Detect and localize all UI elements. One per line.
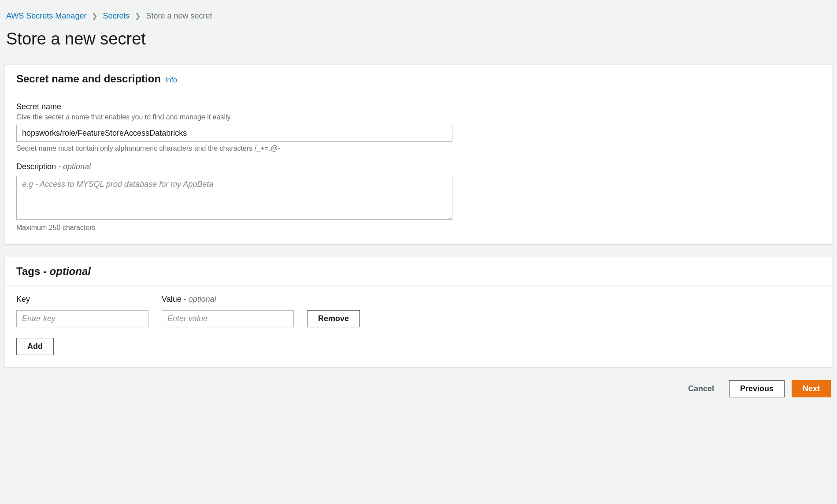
next-button[interactable]: Next [792, 380, 831, 397]
previous-button[interactable]: Previous [729, 380, 785, 397]
description-constraint: Maximum 250 characters [16, 224, 821, 232]
page-title: Store a new secret [4, 30, 833, 64]
chevron-right-icon: ❯ [92, 12, 97, 20]
breadcrumb-current: Store a new secret [146, 11, 212, 21]
secret-name-description-panel: Secret name and description Info Secret … [4, 64, 833, 245]
remove-tag-button[interactable]: Remove [307, 310, 360, 327]
cancel-button[interactable]: Cancel [680, 381, 722, 397]
panel-header: Secret name and description Info [5, 65, 832, 93]
tags-panel: Tags - optional Key Value - optional Rem… [4, 257, 833, 368]
secret-name-constraint: Secret name must contain only alphanumer… [16, 145, 821, 152]
tag-value-label: Value - optional [162, 295, 294, 304]
panel-heading: Tags - optional [16, 265, 91, 278]
description-label: Description - optional [16, 162, 821, 171]
tag-row: Key Value - optional Remove [16, 295, 821, 327]
secret-name-helper: Give the secret a name that enables you … [16, 113, 821, 121]
secret-name-label: Secret name [16, 102, 821, 111]
description-textarea[interactable] [16, 176, 452, 220]
chevron-right-icon: ❯ [135, 12, 141, 20]
tag-value-input[interactable] [162, 310, 294, 327]
wizard-footer: Cancel Previous Next [4, 380, 833, 397]
add-tag-button[interactable]: Add [16, 338, 54, 355]
tag-key-label: Key [16, 295, 148, 304]
panel-header: Tags - optional [5, 257, 832, 286]
breadcrumb-link-secrets[interactable]: Secrets [103, 11, 130, 21]
tag-key-input[interactable] [16, 310, 148, 327]
secret-name-input[interactable] [16, 125, 452, 142]
info-link[interactable]: Info [165, 76, 177, 84]
breadcrumb-link-root[interactable]: AWS Secrets Manager [6, 11, 86, 21]
breadcrumb: AWS Secrets Manager ❯ Secrets ❯ Store a … [4, 4, 833, 30]
panel-heading: Secret name and description [16, 73, 161, 85]
